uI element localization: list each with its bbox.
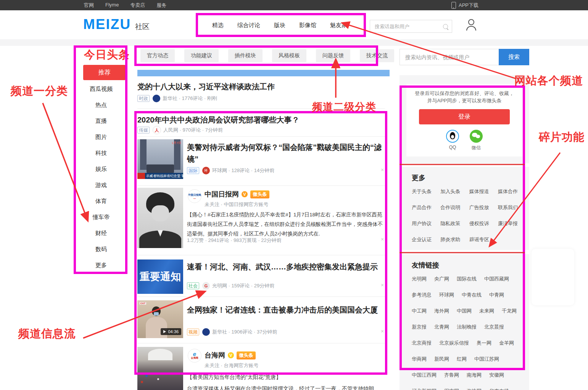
friend-link[interactable]: 环球网	[439, 292, 454, 298]
topbar-link[interactable]: 官网	[84, 2, 94, 9]
floating-widget[interactable]	[532, 249, 574, 305]
channel-recommend-active[interactable]: 推荐	[83, 65, 126, 80]
friend-link[interactable]: 未来网	[479, 308, 494, 314]
more-link[interactable]: 产品合作	[412, 204, 432, 211]
category-tag[interactable]: 时政	[137, 95, 150, 102]
friend-link[interactable]: 金羊网	[499, 340, 514, 346]
friend-link[interactable]: 华声在线	[489, 388, 509, 390]
friend-link[interactable]: 齐鲁网	[444, 372, 459, 379]
article-title[interactable]: 美警对待示威者为何双标？“国会陷落”戳破美国民主的“滤镜”	[187, 142, 386, 165]
channel-item[interactable]: 科技	[75, 145, 127, 161]
friend-link[interactable]: 国际在线	[457, 276, 477, 282]
friend-link[interactable]: 安徽网	[489, 372, 504, 379]
friend-link[interactable]: 中青在线	[462, 292, 482, 298]
friend-link[interactable]: 央广网	[434, 276, 449, 282]
article-thumbnail[interactable]: 重要通知	[137, 259, 183, 294]
site-search-input[interactable]	[404, 54, 494, 61]
channel-item[interactable]: 直播	[75, 113, 127, 129]
video-thumbnail[interactable]: EXIT 04:36	[137, 300, 183, 338]
app-download-link[interactable]: APP下载	[451, 0, 478, 10]
category-tag[interactable]: 视频	[187, 329, 199, 335]
subchannel-button[interactable]: 风格模板	[272, 49, 306, 62]
more-link[interactable]: 加入头条	[440, 188, 460, 195]
site-search[interactable]	[400, 49, 499, 65]
post-body[interactable]: 【看美国方知当年台湾的“太阳花”荒唐】	[187, 372, 385, 382]
friend-link[interactable]: 中国江西网	[412, 372, 437, 379]
article-title[interactable]: 党的十八大以来，习近平这样谈政法工作	[137, 81, 275, 93]
channel-item[interactable]: 体育	[75, 193, 127, 209]
feed-banner[interactable]	[137, 70, 390, 76]
nav-item[interactable]: 魅友家	[330, 22, 347, 29]
channel-item[interactable]: 娱乐	[75, 161, 127, 177]
channel-item[interactable]: 图片	[75, 129, 127, 145]
friend-link[interactable]: 中青网	[489, 292, 504, 298]
friend-link[interactable]: 法制晚报	[457, 324, 477, 330]
channel-item[interactable]: 财经	[75, 225, 127, 241]
user-avatar-icon[interactable]	[466, 19, 477, 31]
site-search-button[interactable]: 搜索	[499, 49, 529, 65]
subchannel-button[interactable]: 问题反馈	[316, 49, 350, 62]
friend-link[interactable]: 北青网	[434, 324, 449, 330]
channel-item[interactable]: 西瓜视频	[75, 81, 127, 97]
account-avatar[interactable]: e 台海网	[188, 349, 201, 363]
friend-link[interactable]: 北京晨报	[484, 324, 504, 330]
friend-link[interactable]: 海外网	[434, 308, 449, 314]
friend-link[interactable]: 新民网	[434, 356, 449, 363]
more-link[interactable]: 广告投放	[469, 204, 489, 211]
category-tag[interactable]: 传媒	[137, 127, 150, 134]
dismiss-icon[interactable]	[381, 282, 386, 288]
friend-link[interactable]: 河北新闻网	[412, 388, 437, 390]
account-avatar[interactable]: 中国日报网 —	[188, 189, 201, 203]
friend-link[interactable]: 中工网	[412, 308, 427, 314]
article-thumbnail[interactable]	[137, 347, 183, 390]
friend-link[interactable]: 北京商报	[412, 340, 432, 346]
more-link[interactable]: 侵权投诉	[469, 220, 489, 227]
login-button[interactable]: 登录	[419, 109, 510, 124]
category-tag[interactable]: 国际	[187, 167, 199, 174]
nav-item[interactable]: 版块	[274, 22, 285, 29]
channel-item[interactable]: 数码	[75, 241, 127, 257]
channel-item[interactable]: 更多	[75, 257, 127, 273]
article-title[interactable]: 速看！河北、河南、武汉……多地疾控密集发出紧急提示	[187, 261, 386, 273]
friend-link[interactable]: 奥一网	[477, 340, 491, 346]
more-link[interactable]: 关于头条	[412, 188, 432, 195]
more-link[interactable]: 媒体报道	[469, 188, 489, 195]
friend-link[interactable]: 红网	[457, 356, 467, 363]
channel-item[interactable]: 游戏	[75, 177, 127, 193]
subchannel-button[interactable]: 技术交流	[360, 49, 394, 62]
topbar-link[interactable]: 专卖店	[130, 2, 145, 9]
nav-item[interactable]: 精选	[212, 22, 224, 29]
dismiss-icon[interactable]	[381, 329, 386, 334]
topbar-link[interactable]: 服务	[156, 2, 166, 9]
friend-link[interactable]: 千龙网	[502, 308, 517, 314]
more-link[interactable]: 用户协议	[412, 220, 432, 227]
article-title[interactable]: 全网独家！记者连线：直击被暴力冲击后的美国国会大厦	[187, 304, 386, 316]
header-search-input[interactable]	[374, 23, 443, 30]
post-body[interactable]: 台湾资深媒体人杨艾俐在台湾中国时报撰文说，经过了一天一夜，不管支持特朗	[187, 384, 385, 390]
friend-link[interactable]: 参考消息	[412, 292, 432, 298]
more-link[interactable]: 联系我们	[498, 204, 518, 211]
channel-item[interactable]: 热点	[75, 97, 127, 113]
toutiao-brand[interactable]: 今日头条	[84, 47, 130, 63]
nav-item[interactable]: 综合讨论	[237, 22, 260, 29]
subchannel-button[interactable]: 功能建议	[184, 49, 219, 62]
friend-link[interactable]: 光明网	[412, 276, 427, 282]
more-link[interactable]: 合作说明	[440, 204, 460, 211]
dismiss-icon[interactable]	[381, 167, 386, 172]
search-icon[interactable]	[443, 24, 448, 29]
nav-item[interactable]: 影像馆	[299, 22, 316, 29]
wechat-login[interactable]: 微信	[470, 130, 483, 151]
friend-link[interactable]: 中国西藏网	[484, 276, 509, 282]
article-thumbnail[interactable]: 1月7日 示威者转战林肯纪念堂 警察“放任”不	[137, 139, 183, 179]
more-link[interactable]: 企业认证	[412, 236, 432, 243]
subchannel-button[interactable]: 插件模块	[228, 49, 263, 62]
more-link[interactable]: 肺炎求助	[440, 236, 460, 243]
friend-link[interactable]: 南海网	[467, 372, 482, 379]
friend-link[interactable]: 北京娱乐信报	[439, 340, 469, 346]
category-tag[interactable]: 社会	[187, 282, 199, 289]
dismiss-icon[interactable]	[381, 237, 386, 242]
topbar-link[interactable]: Flyme	[105, 2, 119, 9]
article-thumbnail[interactable]	[137, 188, 183, 248]
more-link[interactable]: 廉洁举报	[498, 220, 518, 227]
friend-link[interactable]: 新京报	[412, 324, 427, 330]
